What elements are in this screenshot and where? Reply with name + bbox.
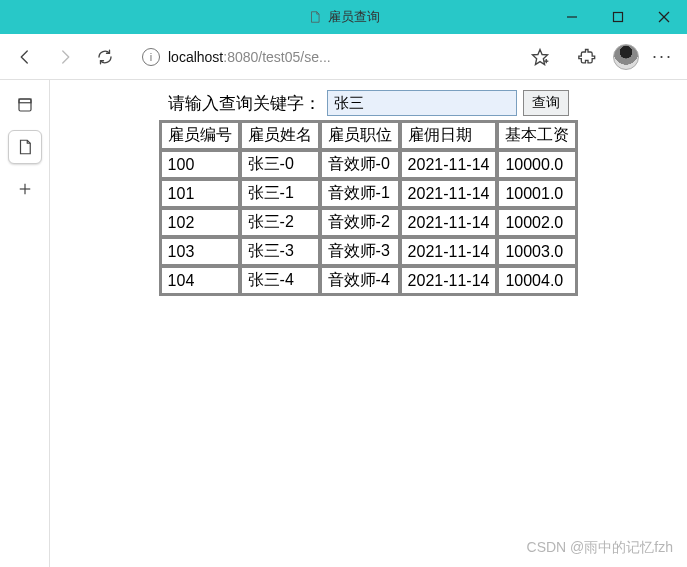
page-icon — [308, 10, 322, 24]
sidebar-add-button[interactable] — [8, 172, 42, 206]
extensions-button[interactable] — [570, 39, 606, 75]
table-cell: 音效师-0 — [321, 151, 399, 178]
window-maximize-button[interactable] — [595, 0, 641, 34]
table-cell: 音效师-2 — [321, 209, 399, 236]
table-cell: 2021-11-14 — [401, 267, 497, 294]
svg-rect-8 — [19, 99, 31, 103]
table-cell: 10001.0 — [498, 180, 576, 207]
svg-marker-4 — [532, 49, 547, 64]
window-title: 雇员查询 — [328, 8, 380, 26]
watermark-text: CSDN @雨中的记忆fzh — [527, 539, 673, 557]
table-cell: 张三-3 — [241, 238, 319, 265]
back-button[interactable] — [6, 39, 44, 75]
table-cell: 张三-0 — [241, 151, 319, 178]
table-cell: 张三-1 — [241, 180, 319, 207]
table-cell: 100 — [161, 151, 239, 178]
sidebar-tabs-button[interactable] — [8, 88, 42, 122]
table-cell: 音效师-4 — [321, 267, 399, 294]
svg-rect-7 — [19, 99, 31, 111]
search-button[interactable]: 查询 — [523, 90, 569, 116]
window-minimize-button[interactable] — [549, 0, 595, 34]
more-button[interactable]: ··· — [646, 46, 679, 67]
col-header: 基本工资 — [498, 122, 576, 149]
window-close-button[interactable] — [641, 0, 687, 34]
table-cell: 101 — [161, 180, 239, 207]
table-cell: 103 — [161, 238, 239, 265]
col-header: 雇员姓名 — [241, 122, 319, 149]
search-label: 请输入查询关键字： — [168, 92, 321, 115]
table-cell: 张三-2 — [241, 209, 319, 236]
table-cell: 2021-11-14 — [401, 180, 497, 207]
results-table: 雇员编号雇员姓名雇员职位雇佣日期基本工资 100张三-0音效师-02021-11… — [159, 120, 579, 296]
page-content: 请输入查询关键字： 查询 雇员编号雇员姓名雇员职位雇佣日期基本工资 100张三-… — [50, 80, 687, 567]
refresh-button[interactable] — [86, 39, 124, 75]
keyword-input[interactable] — [327, 90, 517, 116]
table-row: 103张三-3音效师-32021-11-1410003.0 — [161, 238, 577, 265]
col-header: 雇员编号 — [161, 122, 239, 149]
browser-toolbar: i localhost:8080/test05/se... ··· — [0, 34, 687, 80]
table-cell: 10002.0 — [498, 209, 576, 236]
table-cell: 音效师-1 — [321, 180, 399, 207]
favorite-button[interactable] — [522, 39, 558, 75]
profile-avatar[interactable] — [608, 39, 644, 75]
table-row: 104张三-4音效师-42021-11-1410004.0 — [161, 267, 577, 294]
address-bar[interactable]: i localhost:8080/test05/se... — [132, 41, 568, 73]
table-row: 100张三-0音效师-02021-11-1410000.0 — [161, 151, 577, 178]
window-titlebar: 雇员查询 — [0, 0, 687, 34]
table-cell: 102 — [161, 209, 239, 236]
table-cell: 张三-4 — [241, 267, 319, 294]
table-cell: 2021-11-14 — [401, 238, 497, 265]
col-header: 雇佣日期 — [401, 122, 497, 149]
table-row: 102张三-2音效师-22021-11-1410002.0 — [161, 209, 577, 236]
forward-button[interactable] — [46, 39, 84, 75]
table-cell: 104 — [161, 267, 239, 294]
table-cell: 2021-11-14 — [401, 209, 497, 236]
table-cell: 10003.0 — [498, 238, 576, 265]
site-info-icon[interactable]: i — [142, 48, 160, 66]
table-cell: 音效师-3 — [321, 238, 399, 265]
table-cell: 10000.0 — [498, 151, 576, 178]
table-cell: 2021-11-14 — [401, 151, 497, 178]
table-row: 101张三-1音效师-12021-11-1410001.0 — [161, 180, 577, 207]
table-cell: 10004.0 — [498, 267, 576, 294]
browser-sidebar — [0, 80, 50, 567]
sidebar-page-button[interactable] — [8, 130, 42, 164]
col-header: 雇员职位 — [321, 122, 399, 149]
svg-rect-1 — [614, 13, 623, 22]
url-text: localhost:8080/test05/se... — [168, 49, 514, 65]
